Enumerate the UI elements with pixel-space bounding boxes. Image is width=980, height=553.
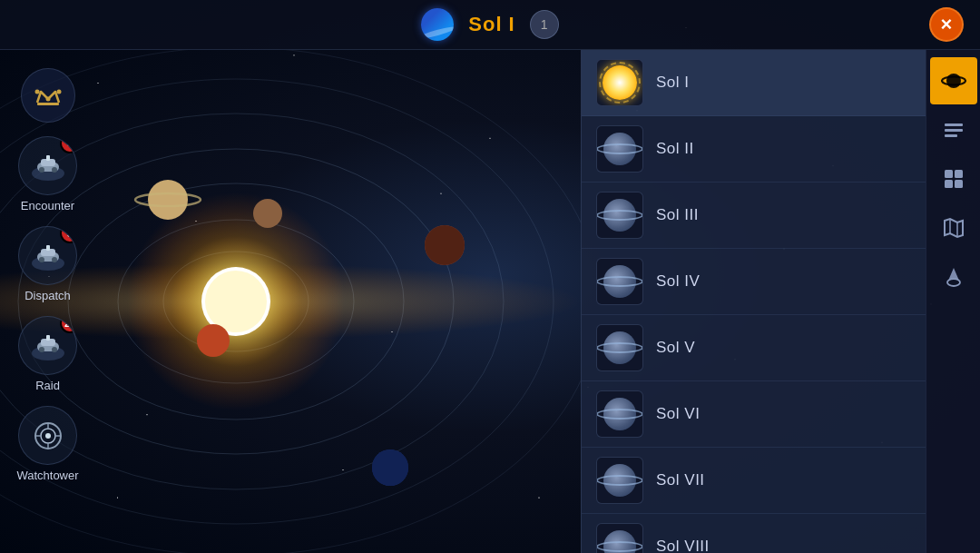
planet-name-sol8: Sol VIII xyxy=(656,538,710,553)
watchtower-label: Watchtower xyxy=(16,469,78,482)
svg-point-61 xyxy=(947,279,960,286)
svg-point-19 xyxy=(372,449,408,486)
svg-rect-20 xyxy=(37,103,59,105)
watchtower-icon xyxy=(18,406,77,465)
dispatch-icon: 5 xyxy=(18,226,77,285)
svg-rect-57 xyxy=(955,180,963,188)
svg-rect-55 xyxy=(955,170,963,178)
planet-list-item-sol7[interactable]: Sol VII xyxy=(582,448,926,514)
svg-point-28 xyxy=(39,167,44,173)
tab-list2[interactable] xyxy=(930,155,977,202)
svg-point-35 xyxy=(52,257,57,262)
right-tab-panel xyxy=(926,50,980,553)
planet-name-sol2: Sol II xyxy=(656,140,694,158)
sidebar-item-raid[interactable]: 24 Raid xyxy=(18,316,77,392)
header-badge: 1 xyxy=(530,10,559,39)
planet-name-sol1: Sol I xyxy=(656,74,690,92)
tab-list1[interactable] xyxy=(930,106,977,153)
dispatch-label: Dispatch xyxy=(24,289,71,302)
crown-icon[interactable] xyxy=(21,68,75,123)
svg-rect-56 xyxy=(945,180,953,188)
svg-point-16 xyxy=(425,225,465,265)
tab-map[interactable] xyxy=(930,204,977,252)
planet-list-item-sol5[interactable]: Sol V xyxy=(582,315,926,381)
svg-point-29 xyxy=(52,167,57,173)
svg-point-22 xyxy=(56,90,61,94)
svg-point-17 xyxy=(197,324,230,357)
svg-point-11 xyxy=(253,199,282,228)
planet-list-item-sol4[interactable]: Sol IV xyxy=(582,249,926,315)
planet-name-sol6: Sol VI xyxy=(656,405,700,423)
svg-point-40 xyxy=(39,347,44,352)
svg-point-41 xyxy=(52,347,57,352)
svg-rect-33 xyxy=(46,245,50,251)
planet-name-sol5: Sol V xyxy=(656,339,695,357)
svg-point-48 xyxy=(45,433,51,439)
svg-rect-54 xyxy=(945,170,953,178)
planet-name-sol7: Sol VII xyxy=(656,471,705,489)
svg-rect-52 xyxy=(945,129,963,132)
planet-list-item-sol3[interactable]: Sol III xyxy=(582,183,926,249)
svg-point-10 xyxy=(205,271,267,332)
svg-rect-27 xyxy=(46,155,50,161)
header-planet-icon xyxy=(421,8,454,41)
planet-icon-sol7 xyxy=(596,457,643,504)
svg-marker-58 xyxy=(945,219,963,237)
tab-planet[interactable] xyxy=(930,57,977,104)
planet-name-sol3: Sol III xyxy=(656,206,699,224)
planet-icon-sol8 xyxy=(596,523,643,553)
planet-list-item-sol2[interactable]: Sol II xyxy=(582,116,926,183)
planet-list-item-sol1[interactable]: Sol I xyxy=(582,50,926,116)
svg-point-13 xyxy=(148,180,188,220)
planet-icon-sol6 xyxy=(596,390,643,438)
planet-list-item-sol8[interactable]: Sol VIII xyxy=(582,514,926,553)
planet-icon-sol4 xyxy=(596,258,643,305)
planet-list-item-sol6[interactable]: Sol VI xyxy=(582,381,926,448)
planet-icon-sol1 xyxy=(596,59,643,106)
planet-icon-sol5 xyxy=(596,324,643,371)
svg-point-34 xyxy=(39,257,44,262)
svg-rect-53 xyxy=(945,134,957,137)
header-center: Sol I 1 xyxy=(421,8,558,41)
sidebar-item-encounter[interactable]: 4 Encounter xyxy=(18,136,77,212)
svg-rect-51 xyxy=(945,123,963,126)
tab-ship[interactable] xyxy=(930,253,977,301)
svg-point-21 xyxy=(34,90,39,94)
header-bar: Sol I 1 × xyxy=(0,0,980,50)
planet-icon-sol2 xyxy=(596,125,643,173)
dispatch-badge: 5 xyxy=(60,226,77,243)
raid-badge: 24 xyxy=(60,316,77,333)
sidebar-item-dispatch[interactable]: 5 Dispatch xyxy=(18,226,77,302)
encounter-icon: 4 xyxy=(18,136,77,195)
svg-point-23 xyxy=(45,97,50,102)
planet-list-panel: Sol I Sol II Sol III Sol IV Sol V Sol VI xyxy=(581,50,926,553)
encounter-label: Encounter xyxy=(21,199,74,212)
close-button[interactable]: × xyxy=(929,7,964,42)
svg-rect-39 xyxy=(46,335,50,341)
planet-name-sol4: Sol IV xyxy=(656,272,700,291)
sidebar-item-watchtower[interactable]: Watchtower xyxy=(16,406,78,482)
raid-label: Raid xyxy=(35,379,60,392)
encounter-badge: 4 xyxy=(60,136,77,153)
header-title: Sol I xyxy=(468,13,514,36)
planet-icon-sol3 xyxy=(596,192,643,239)
left-sidebar: 4 Encounter 5 Dispatch xyxy=(0,50,95,553)
raid-icon: 24 xyxy=(18,316,77,375)
